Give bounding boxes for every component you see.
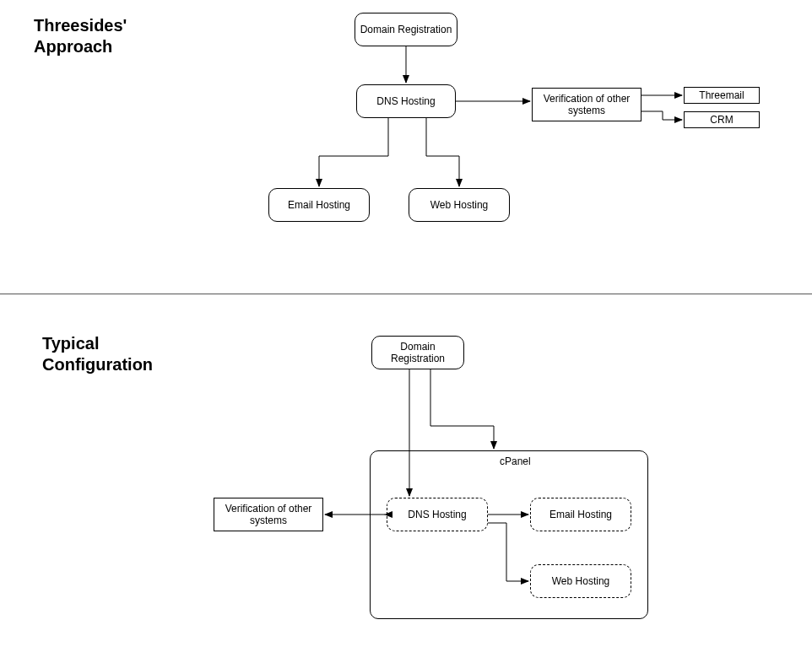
- d2-dns-hosting: DNS Hosting: [387, 498, 488, 531]
- d1-dns-hosting: DNS Hosting: [356, 84, 456, 118]
- d2-cpanel-label: cPanel: [500, 455, 531, 467]
- d1-verification: Verification of other systems: [532, 88, 641, 121]
- d1-domain-registration: Domain Registration: [355, 13, 457, 46]
- d2-web-hosting: Web Hosting: [530, 564, 631, 598]
- d1-threemail: Threemail: [684, 87, 760, 104]
- d1-crm: CRM: [684, 111, 760, 128]
- diagram1-title: Threesides' Approach: [34, 15, 127, 57]
- d2-verification: Verification of other systems: [214, 498, 323, 531]
- d2-email-hosting: Email Hosting: [530, 498, 631, 531]
- d1-web-hosting: Web Hosting: [409, 188, 510, 222]
- d2-domain-registration: Domain Registration: [371, 336, 464, 369]
- diagram2-title: Typical Configuration: [42, 333, 153, 375]
- section-divider: [0, 294, 812, 294]
- d1-email-hosting: Email Hosting: [268, 188, 370, 222]
- diagram-canvas: Threesides' Approach Typical Configurati…: [0, 0, 812, 652]
